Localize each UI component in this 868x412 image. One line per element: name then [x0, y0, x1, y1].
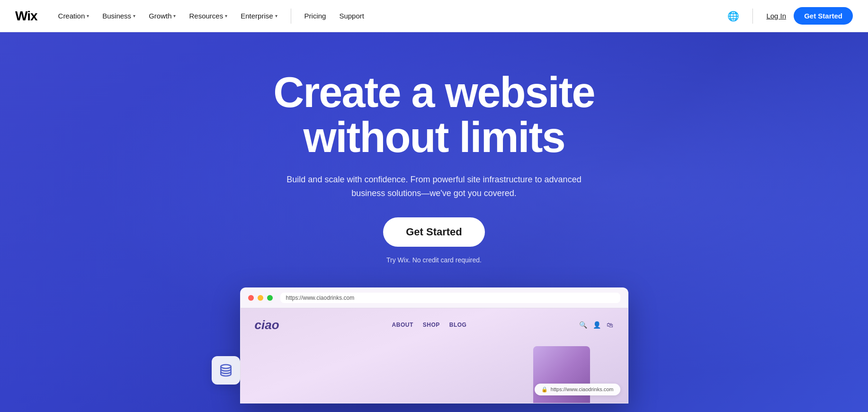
mock-site-icons: 🔍 👤 🛍: [579, 321, 613, 329]
mock-url-text: https://www.ciaodrinks.com: [551, 386, 614, 392]
mock-site-links: ABOUT SHOP BLOG: [392, 322, 467, 328]
nav-resources[interactable]: Resources ▾: [183, 8, 233, 24]
svg-point-0: [221, 365, 231, 368]
hero-section: Create a website without limits Build an…: [0, 32, 868, 412]
mock-site-nav: ciao ABOUT SHOP BLOG 🔍 👤 🛍: [255, 318, 614, 332]
nav-support[interactable]: Support: [333, 8, 370, 24]
browser-dot-red: [248, 295, 254, 301]
browser-mockup-container: https://www.ciaodrinks.com ciao ABOUT SH…: [240, 287, 628, 403]
db-icon-float: [212, 356, 240, 385]
browser-content: ciao ABOUT SHOP BLOG 🔍 👤 🛍: [241, 308, 628, 403]
navbar-nav: Creation ▾ Business ▾ Growth ▾ Resources…: [53, 8, 728, 24]
wix-logo[interactable]: Wix: [15, 9, 37, 24]
navbar: Wix Creation ▾ Business ▾ Growth ▾ Resou…: [0, 0, 868, 32]
nav-pricing-label: Pricing: [304, 12, 326, 20]
resources-chevron-icon: ▾: [225, 13, 227, 18]
nav-growth[interactable]: Growth ▾: [143, 8, 181, 24]
mock-nav-blog: BLOG: [449, 322, 467, 328]
browser-bar: https://www.ciaodrinks.com: [241, 288, 628, 308]
browser-dot-green: [267, 295, 273, 301]
nav-creation-label: Creation: [58, 12, 85, 20]
bag-icon: 🛍: [607, 321, 613, 329]
login-link[interactable]: Log In: [766, 12, 786, 20]
lock-icon: 🔒: [541, 386, 548, 393]
user-icon: 👤: [593, 321, 601, 329]
hero-content: Create a website without limits Build an…: [262, 70, 606, 283]
browser-mockup: https://www.ciaodrinks.com ciao ABOUT SH…: [240, 287, 628, 403]
nav-pricing[interactable]: Pricing: [299, 8, 332, 24]
url-text: https://www.ciaodrinks.com: [286, 295, 355, 301]
browser-url-bar: https://www.ciaodrinks.com: [280, 293, 620, 303]
hero-headline: Create a website without limits: [273, 70, 594, 160]
mock-nav-about: ABOUT: [392, 322, 413, 328]
logo-text: Wix: [15, 9, 37, 23]
nav-creation[interactable]: Creation ▾: [53, 8, 95, 24]
hero-subtext: Build and scale with confidence. From po…: [283, 173, 586, 200]
nav-resources-label: Resources: [189, 12, 223, 20]
nav-support-label: Support: [339, 12, 364, 20]
search-icon: 🔍: [579, 321, 587, 329]
hero-headline-line1: Create a website: [273, 69, 594, 116]
language-icon[interactable]: 🌐: [727, 10, 739, 22]
database-icon: [218, 363, 233, 378]
nav-divider: [291, 9, 291, 24]
nav-enterprise-label: Enterprise: [241, 12, 273, 20]
get-started-button-nav[interactable]: Get Started: [794, 7, 853, 25]
hero-headline-line2: without limits: [304, 114, 565, 161]
enterprise-chevron-icon: ▾: [275, 13, 277, 18]
hero-no-card-text: Try Wix. No credit card required.: [273, 256, 594, 264]
hero-get-started-button[interactable]: Get Started: [383, 217, 485, 247]
mock-url-overlay: 🔒 https://www.ciaodrinks.com: [535, 384, 620, 395]
nav-divider-right: [752, 9, 753, 24]
nav-growth-label: Growth: [149, 12, 171, 20]
growth-chevron-icon: ▾: [173, 13, 176, 18]
creation-chevron-icon: ▾: [87, 13, 89, 18]
business-chevron-icon: ▾: [133, 13, 135, 18]
nav-business[interactable]: Business ▾: [97, 8, 141, 24]
mock-nav-shop: SHOP: [423, 322, 440, 328]
mock-site-logo: ciao: [255, 318, 279, 332]
navbar-right: 🌐 Log In Get Started: [727, 7, 853, 25]
browser-dot-yellow: [258, 295, 263, 301]
nav-business-label: Business: [102, 12, 131, 20]
nav-enterprise[interactable]: Enterprise ▾: [235, 8, 283, 24]
